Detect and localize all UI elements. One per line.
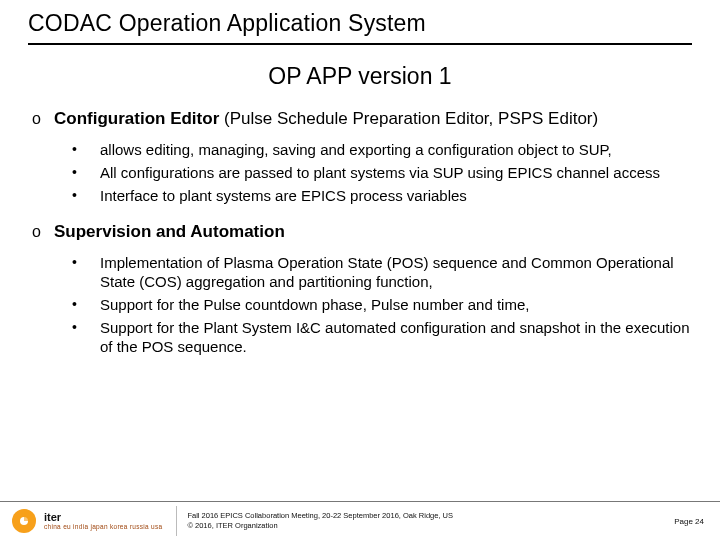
footer-meeting-line: Fall 2016 EPICS Collaboration Meeting, 2… [187,511,664,521]
bullet-text: Implementation of Plasma Operation State… [100,253,692,291]
bullet-marker: • [72,253,100,291]
slide: CODAC Operation Application System OP AP… [0,0,720,540]
bullet-text: All configurations are passed to plant s… [100,163,660,182]
page-number: Page 24 [664,517,704,526]
spacer [32,209,692,221]
list-item: • Implementation of Plasma Operation Sta… [72,253,692,291]
section-heading: Configuration Editor (Pulse Schedule Pre… [54,108,598,130]
bullet-list: • allows editing, managing, saving and e… [32,140,692,205]
bullet-text: Support for the Plant System I&C automat… [100,318,692,356]
bullet-list: • Implementation of Plasma Operation Sta… [32,253,692,356]
slide-title: CODAC Operation Application System [28,10,692,45]
slide-subtitle: OP APP version 1 [28,63,692,90]
logo-area: iter china eu india japan korea russia u… [10,506,177,536]
list-item: • All configurations are passed to plant… [72,163,692,182]
logo-text-block: iter china eu india japan korea russia u… [44,512,162,530]
section: o Configuration Editor (Pulse Schedule P… [32,108,692,130]
bullet-text: allows editing, managing, saving and exp… [100,140,612,159]
list-item: • Interface to plant systems are EPICS p… [72,186,692,205]
list-marker-circle: o [32,108,54,130]
footer-copyright-line: © 2016, ITER Organization [187,521,664,531]
bullet-marker: • [72,186,100,205]
section-heading-bold: Supervision and Automation [54,222,285,241]
section-heading-bold: Configuration Editor [54,109,219,128]
list-item: • allows editing, managing, saving and e… [72,140,692,159]
slide-body: o Configuration Editor (Pulse Schedule P… [28,108,692,356]
footer-inner: iter china eu india japan korea russia u… [0,502,720,540]
section-heading-rest: (Pulse Schedule Preparation Editor, PSPS… [219,109,598,128]
section-heading: Supervision and Automation [54,221,285,243]
logo-tagline: china eu india japan korea russia usa [44,523,162,530]
section: o Supervision and Automation [32,221,692,243]
iter-logo-icon [10,507,38,535]
bullet-text: Support for the Pulse countdown phase, P… [100,295,529,314]
logo-name: iter [44,512,162,523]
bullet-marker: • [72,318,100,356]
list-marker-circle: o [32,221,54,243]
bullet-marker: • [72,140,100,159]
list-item: • Support for the Pulse countdown phase,… [72,295,692,314]
footer-center: Fall 2016 EPICS Collaboration Meeting, 2… [177,511,664,531]
bullet-marker: • [72,163,100,182]
footer: iter china eu india japan korea russia u… [0,501,720,540]
bullet-text: Interface to plant systems are EPICS pro… [100,186,467,205]
bullet-marker: • [72,295,100,314]
list-item: • Support for the Plant System I&C autom… [72,318,692,356]
